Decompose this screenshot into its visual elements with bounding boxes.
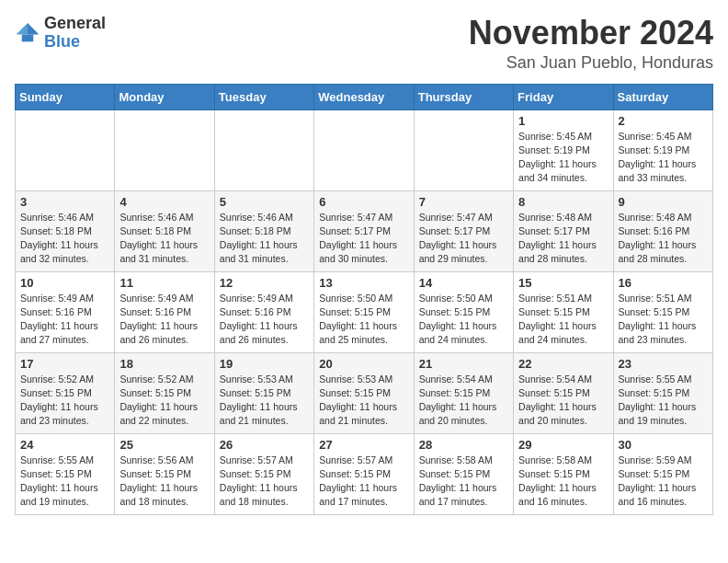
day-info: Sunrise: 5:47 AM Sunset: 5:17 PM Dayligh… [419, 211, 508, 267]
day-number: 12 [220, 276, 309, 290]
calendar-cell: 10Sunrise: 5:49 AM Sunset: 5:16 PM Dayli… [16, 271, 115, 352]
day-header-wednesday: Wednesday [314, 84, 414, 109]
day-info: Sunrise: 5:47 AM Sunset: 5:17 PM Dayligh… [319, 211, 408, 267]
day-info: Sunrise: 5:48 AM Sunset: 5:16 PM Dayligh… [619, 211, 708, 267]
day-info: Sunrise: 5:51 AM Sunset: 5:15 PM Dayligh… [518, 292, 608, 348]
calendar-cell: 13Sunrise: 5:50 AM Sunset: 5:15 PM Dayli… [314, 271, 414, 352]
day-number: 5 [220, 195, 309, 209]
day-number: 26 [220, 438, 309, 452]
day-info: Sunrise: 5:54 AM Sunset: 5:15 PM Dayligh… [419, 373, 508, 429]
day-number: 9 [619, 195, 708, 209]
day-info: Sunrise: 5:53 AM Sunset: 5:15 PM Dayligh… [220, 373, 309, 429]
week-row-5: 24Sunrise: 5:55 AM Sunset: 5:15 PM Dayli… [16, 433, 713, 514]
calendar-cell: 26Sunrise: 5:57 AM Sunset: 5:15 PM Dayli… [214, 433, 313, 514]
logo-icon [15, 20, 40, 46]
calendar-cell: 24Sunrise: 5:55 AM Sunset: 5:15 PM Dayli… [16, 433, 115, 514]
day-number: 27 [319, 438, 408, 452]
day-info: Sunrise: 5:46 AM Sunset: 5:18 PM Dayligh… [220, 211, 309, 267]
calendar-cell [214, 109, 313, 190]
calendar-cell: 15Sunrise: 5:51 AM Sunset: 5:15 PM Dayli… [514, 271, 613, 352]
day-info: Sunrise: 5:49 AM Sunset: 5:16 PM Dayligh… [119, 292, 209, 348]
day-number: 15 [518, 276, 608, 290]
day-info: Sunrise: 5:59 AM Sunset: 5:15 PM Dayligh… [619, 454, 708, 510]
calendar-body: 1Sunrise: 5:45 AM Sunset: 5:19 PM Daylig… [16, 109, 713, 514]
day-number: 8 [518, 195, 608, 209]
day-number: 3 [20, 195, 109, 209]
day-header-monday: Monday [115, 84, 214, 109]
day-number: 13 [319, 276, 408, 290]
week-row-3: 10Sunrise: 5:49 AM Sunset: 5:16 PM Dayli… [16, 271, 713, 352]
header: General Blue November 2024 San Juan Pueb… [15, 15, 713, 73]
calendar-cell: 14Sunrise: 5:50 AM Sunset: 5:15 PM Dayli… [414, 271, 513, 352]
day-info: Sunrise: 5:54 AM Sunset: 5:15 PM Dayligh… [518, 373, 608, 429]
day-number: 2 [619, 114, 708, 128]
calendar-cell: 23Sunrise: 5:55 AM Sunset: 5:15 PM Dayli… [613, 352, 712, 433]
calendar: SundayMondayTuesdayWednesdayThursdayFrid… [15, 84, 713, 515]
day-number: 11 [119, 276, 209, 290]
calendar-cell: 6Sunrise: 5:47 AM Sunset: 5:17 PM Daylig… [314, 190, 414, 271]
day-number: 23 [619, 357, 708, 371]
calendar-cell: 1Sunrise: 5:45 AM Sunset: 5:19 PM Daylig… [514, 109, 613, 190]
week-row-4: 17Sunrise: 5:52 AM Sunset: 5:15 PM Dayli… [16, 352, 713, 433]
title-area: November 2024 San Juan Pueblo, Honduras [469, 15, 713, 73]
week-row-2: 3Sunrise: 5:46 AM Sunset: 5:18 PM Daylig… [16, 190, 713, 271]
logo-text: General Blue [44, 15, 106, 52]
day-number: 22 [518, 357, 608, 371]
calendar-cell: 30Sunrise: 5:59 AM Sunset: 5:15 PM Dayli… [613, 433, 712, 514]
day-info: Sunrise: 5:50 AM Sunset: 5:15 PM Dayligh… [319, 292, 408, 348]
logo-general-text: General [44, 15, 106, 33]
day-info: Sunrise: 5:58 AM Sunset: 5:15 PM Dayligh… [419, 454, 508, 510]
day-info: Sunrise: 5:56 AM Sunset: 5:15 PM Dayligh… [119, 454, 209, 510]
calendar-cell [414, 109, 513, 190]
calendar-cell: 11Sunrise: 5:49 AM Sunset: 5:16 PM Dayli… [115, 271, 214, 352]
day-info: Sunrise: 5:48 AM Sunset: 5:17 PM Dayligh… [518, 211, 608, 267]
svg-rect-2 [22, 34, 33, 41]
day-info: Sunrise: 5:57 AM Sunset: 5:15 PM Dayligh… [319, 454, 408, 510]
calendar-cell: 21Sunrise: 5:54 AM Sunset: 5:15 PM Dayli… [414, 352, 513, 433]
day-number: 18 [119, 357, 209, 371]
calendar-cell [115, 109, 214, 190]
day-number: 4 [119, 195, 209, 209]
day-info: Sunrise: 5:55 AM Sunset: 5:15 PM Dayligh… [20, 454, 109, 510]
week-row-1: 1Sunrise: 5:45 AM Sunset: 5:19 PM Daylig… [16, 109, 713, 190]
calendar-cell: 29Sunrise: 5:58 AM Sunset: 5:15 PM Dayli… [514, 433, 613, 514]
day-number: 25 [119, 438, 209, 452]
day-number: 17 [20, 357, 109, 371]
calendar-cell: 3Sunrise: 5:46 AM Sunset: 5:18 PM Daylig… [16, 190, 115, 271]
day-info: Sunrise: 5:51 AM Sunset: 5:15 PM Dayligh… [619, 292, 708, 348]
day-number: 10 [20, 276, 109, 290]
day-header-thursday: Thursday [414, 84, 513, 109]
day-header-saturday: Saturday [613, 84, 712, 109]
day-info: Sunrise: 5:58 AM Sunset: 5:15 PM Dayligh… [518, 454, 608, 510]
day-info: Sunrise: 5:57 AM Sunset: 5:15 PM Dayligh… [220, 454, 309, 510]
calendar-cell: 18Sunrise: 5:52 AM Sunset: 5:15 PM Dayli… [115, 352, 214, 433]
day-number: 1 [518, 114, 608, 128]
day-info: Sunrise: 5:52 AM Sunset: 5:15 PM Dayligh… [20, 373, 109, 429]
day-header-sunday: Sunday [16, 84, 115, 109]
calendar-cell: 7Sunrise: 5:47 AM Sunset: 5:17 PM Daylig… [414, 190, 513, 271]
calendar-cell: 20Sunrise: 5:53 AM Sunset: 5:15 PM Dayli… [314, 352, 414, 433]
calendar-cell: 9Sunrise: 5:48 AM Sunset: 5:16 PM Daylig… [613, 190, 712, 271]
calendar-cell: 25Sunrise: 5:56 AM Sunset: 5:15 PM Dayli… [115, 433, 214, 514]
day-info: Sunrise: 5:46 AM Sunset: 5:18 PM Dayligh… [119, 211, 209, 267]
month-title: November 2024 [469, 15, 713, 52]
calendar-cell: 16Sunrise: 5:51 AM Sunset: 5:15 PM Dayli… [613, 271, 712, 352]
day-number: 21 [419, 357, 508, 371]
day-info: Sunrise: 5:49 AM Sunset: 5:16 PM Dayligh… [220, 292, 309, 348]
day-number: 16 [619, 276, 708, 290]
calendar-cell: 8Sunrise: 5:48 AM Sunset: 5:17 PM Daylig… [514, 190, 613, 271]
day-number: 20 [319, 357, 408, 371]
location-title: San Juan Pueblo, Honduras [469, 53, 713, 73]
calendar-cell: 2Sunrise: 5:45 AM Sunset: 5:19 PM Daylig… [613, 109, 712, 190]
day-header-friday: Friday [514, 84, 613, 109]
svg-marker-0 [28, 23, 39, 34]
calendar-cell: 5Sunrise: 5:46 AM Sunset: 5:18 PM Daylig… [214, 190, 313, 271]
day-info: Sunrise: 5:49 AM Sunset: 5:16 PM Dayligh… [20, 292, 109, 348]
calendar-cell [314, 109, 414, 190]
day-info: Sunrise: 5:45 AM Sunset: 5:19 PM Dayligh… [619, 130, 708, 186]
day-number: 6 [319, 195, 408, 209]
calendar-cell: 17Sunrise: 5:52 AM Sunset: 5:15 PM Dayli… [16, 352, 115, 433]
day-number: 24 [20, 438, 109, 452]
header-row: SundayMondayTuesdayWednesdayThursdayFrid… [16, 84, 713, 109]
day-info: Sunrise: 5:46 AM Sunset: 5:18 PM Dayligh… [20, 211, 109, 267]
